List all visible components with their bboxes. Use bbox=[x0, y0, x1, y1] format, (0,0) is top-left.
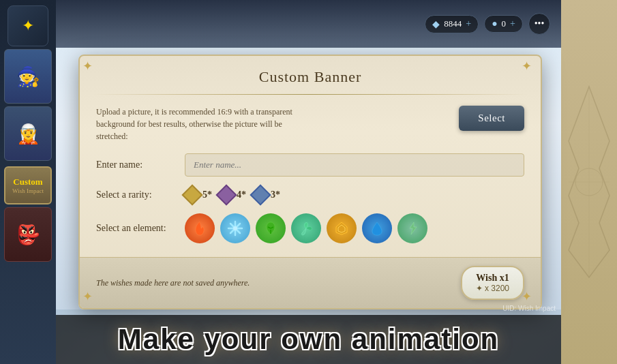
wish-cost-value: x 3200 bbox=[485, 284, 509, 293]
rarity-4star[interactable]: 4* bbox=[219, 187, 246, 202]
sidebar-char-2[interactable]: 🧝 bbox=[4, 106, 52, 161]
element-geo[interactable] bbox=[327, 213, 357, 243]
element-hydro[interactable] bbox=[362, 213, 392, 243]
bottom-title-text: Make your own animation bbox=[118, 323, 499, 356]
primogem-add-button[interactable]: + bbox=[466, 18, 471, 29]
wish-button[interactable]: Wish x1 ✦ x 3200 bbox=[461, 266, 524, 300]
svg-point-1 bbox=[233, 226, 237, 230]
select-file-button[interactable]: Select bbox=[459, 106, 524, 131]
dialog-footer: The wishes made here are not saved anywh… bbox=[80, 257, 541, 308]
right-decoration bbox=[565, 80, 613, 284]
element-pyro[interactable] bbox=[185, 213, 215, 243]
footer-warning-text: The wishes made here are not saved anywh… bbox=[96, 278, 250, 288]
element-cryo[interactable] bbox=[220, 213, 250, 243]
rarity-options: 5* 4* 3* bbox=[185, 187, 280, 202]
element-section: Select an element: bbox=[96, 213, 524, 243]
primogem-icon: ◆ bbox=[432, 18, 440, 30]
right-panel bbox=[561, 0, 617, 364]
rarity-section: Select a rarity: 5* 4* 3* bbox=[96, 187, 524, 202]
sidebar: ✦ 🧙 🧝 Custom Wish Impact 👺 bbox=[0, 0, 56, 364]
corner-tl: ✦ bbox=[82, 59, 99, 75]
fates-add-button[interactable]: + bbox=[510, 18, 515, 29]
bottom-title-bar: Make your own animation bbox=[56, 315, 561, 364]
sidebar-custom-button[interactable]: Custom Wish Impact bbox=[4, 166, 52, 204]
rarity-5-diamond bbox=[181, 184, 202, 205]
upload-section: Upload a picture, it is recommended 16:9… bbox=[96, 106, 524, 142]
rarity-label: Select a rarity: bbox=[96, 189, 185, 200]
wish-cost-icon: ✦ bbox=[476, 284, 483, 293]
name-input[interactable] bbox=[185, 153, 524, 177]
corner-tr: ✦ bbox=[522, 59, 538, 75]
fates-value: 0 bbox=[502, 18, 507, 29]
dialog-title: Custom Banner bbox=[80, 56, 541, 94]
rarity-3star[interactable]: 3* bbox=[253, 187, 280, 202]
sidebar-char-1[interactable]: 🧙 bbox=[4, 49, 52, 104]
sidebar-char-3[interactable]: 👺 bbox=[4, 207, 52, 262]
dialog-body: Upload a picture, it is recommended 16:9… bbox=[80, 95, 541, 257]
uid-label: UID: Wish Impact bbox=[502, 305, 556, 312]
sidebar-top-icon: ✦ bbox=[7, 5, 48, 46]
wish-button-label: Wish x1 bbox=[476, 273, 509, 284]
primogem-value: 8844 bbox=[444, 18, 462, 29]
sidebar-custom-sublabel: Wish Impact bbox=[12, 187, 44, 194]
more-icon: ••• bbox=[535, 18, 545, 29]
element-label: Select an element: bbox=[96, 223, 185, 234]
rarity-3-label: 3* bbox=[271, 189, 280, 200]
element-anemo[interactable] bbox=[291, 213, 321, 243]
rarity-5-label: 5* bbox=[202, 189, 212, 200]
custom-banner-dialog: ✦ ✦ ✦ ✦ Custom Banner Upload a picture, … bbox=[78, 55, 542, 309]
corner-br: ✦ bbox=[522, 289, 538, 305]
wish-button-cost: ✦ x 3200 bbox=[476, 284, 509, 293]
upload-description: Upload a picture, it is recommended 16:9… bbox=[96, 106, 314, 142]
rarity-4-label: 4* bbox=[237, 189, 246, 200]
name-section: Enter name: bbox=[96, 153, 524, 177]
fates-currency: ● 0 + bbox=[484, 15, 523, 33]
corner-bl: ✦ bbox=[82, 289, 99, 305]
sidebar-custom-label: Custom bbox=[13, 177, 42, 187]
element-dendro[interactable] bbox=[256, 213, 286, 243]
element-electro[interactable] bbox=[397, 213, 427, 243]
element-icons bbox=[185, 213, 427, 243]
fates-icon: ● bbox=[492, 18, 497, 29]
name-label: Enter name: bbox=[96, 160, 185, 170]
star-icon: ✦ bbox=[22, 17, 34, 35]
rarity-4-diamond bbox=[215, 184, 237, 205]
primogem-currency: ◆ 8844 + bbox=[425, 15, 479, 33]
header-bar: ◆ 8844 + ● 0 + ••• bbox=[56, 0, 561, 48]
more-options-button[interactable]: ••• bbox=[528, 13, 550, 35]
rarity-5star[interactable]: 5* bbox=[185, 187, 212, 202]
rarity-3-diamond bbox=[250, 184, 271, 205]
